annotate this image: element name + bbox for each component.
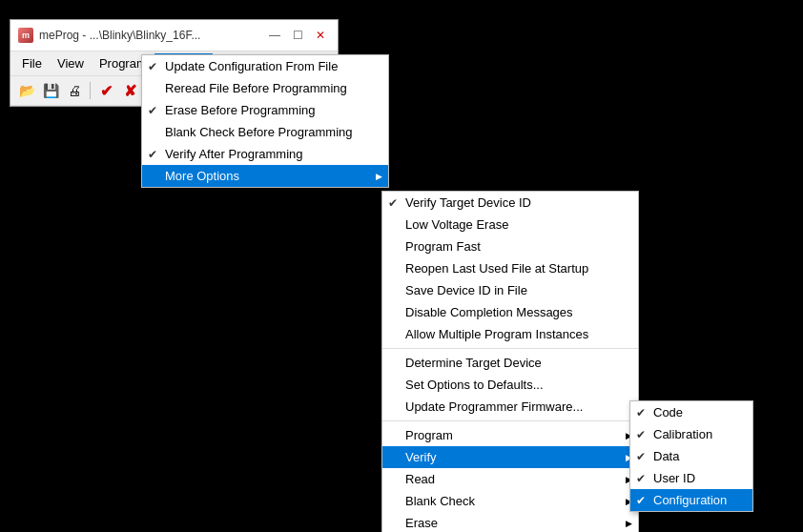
- option-update-config[interactable]: ✔ Update Configuration From File: [142, 55, 388, 77]
- title-bar: m meProg - ...\Blinky\Blinky_16F... — ☐ …: [10, 20, 338, 51]
- v-code[interactable]: ✔ Code: [630, 401, 752, 423]
- check-update-config: ✔: [148, 60, 157, 73]
- mo-program-fast[interactable]: Program Fast: [382, 235, 638, 257]
- mo-read[interactable]: Read: [382, 468, 638, 490]
- separator-2: [382, 420, 638, 421]
- check-verify-target: ✔: [388, 196, 398, 210]
- open-icon[interactable]: 📂: [16, 80, 37, 101]
- v-user-id[interactable]: ✔ User ID: [630, 467, 752, 489]
- menu-view[interactable]: View: [50, 53, 92, 73]
- verify-dropdown: ✔ Code ✔ Calibration ✔ Data ✔ User ID ✔ …: [629, 400, 753, 512]
- option-erase-before[interactable]: ✔ Erase Before Programming: [142, 99, 388, 121]
- mo-blank-check[interactable]: Blank Check: [382, 490, 638, 512]
- mo-disable-completion[interactable]: Disable Completion Messages: [382, 301, 638, 323]
- option-more-options[interactable]: More Options: [142, 165, 388, 187]
- v-data[interactable]: ✔ Data: [630, 445, 752, 467]
- v-configuration[interactable]: ✔ Configuration: [630, 489, 752, 511]
- check-verify-after: ✔: [148, 148, 157, 161]
- option-verify-after[interactable]: ✔ Verify After Programming: [142, 143, 388, 165]
- mo-erase[interactable]: Erase: [382, 512, 638, 532]
- mo-save-device-id[interactable]: Save Device ID in File: [382, 279, 638, 301]
- title-bar-left: m meProg - ...\Blinky\Blinky_16F...: [18, 28, 200, 43]
- print-icon[interactable]: 🖨: [64, 80, 85, 101]
- app-icon: m: [18, 28, 33, 43]
- mo-allow-multiple[interactable]: Allow Multiple Program Instances: [382, 323, 638, 345]
- mo-verify[interactable]: Verify: [382, 446, 638, 468]
- check-configuration: ✔: [636, 494, 646, 507]
- check-data: ✔: [636, 450, 646, 463]
- window-title: meProg - ...\Blinky\Blinky_16F...: [39, 29, 200, 42]
- option-reread-file[interactable]: Reread File Before Programming: [142, 77, 388, 99]
- close-button[interactable]: ✕: [311, 26, 330, 45]
- more-options-dropdown: ✔ Verify Target Device ID Low Voltage Er…: [381, 191, 639, 532]
- check-erase-before: ✔: [148, 104, 157, 117]
- options-dropdown: ✔ Update Configuration From File Reread …: [141, 54, 389, 188]
- mo-determine-target[interactable]: Determine Target Device: [382, 352, 638, 374]
- minimize-button[interactable]: —: [265, 26, 284, 45]
- mo-verify-target-id[interactable]: ✔ Verify Target Device ID: [382, 192, 638, 214]
- title-buttons: — ☐ ✕: [265, 26, 330, 45]
- separator-1: [382, 348, 638, 349]
- check-userid: ✔: [636, 472, 646, 485]
- option-blank-check[interactable]: Blank Check Before Programming: [142, 121, 388, 143]
- mo-set-defaults[interactable]: Set Options to Defaults...: [382, 374, 638, 396]
- check-calibration: ✔: [636, 428, 646, 441]
- menu-file[interactable]: File: [14, 53, 50, 73]
- v-calibration[interactable]: ✔ Calibration: [630, 423, 752, 445]
- save-icon[interactable]: 💾: [40, 80, 61, 101]
- erase-icon[interactable]: ✘: [119, 80, 140, 101]
- verify-icon[interactable]: ✔: [95, 80, 116, 101]
- mo-update-firmware[interactable]: Update Programmer Firmware...: [382, 396, 638, 418]
- toolbar-separator-1: [90, 82, 91, 99]
- mo-reopen-last[interactable]: Reopen Last Used File at Startup: [382, 257, 638, 279]
- check-code: ✔: [636, 406, 646, 419]
- maximize-button[interactable]: ☐: [288, 26, 307, 45]
- mo-low-voltage[interactable]: Low Voltage Erase: [382, 214, 638, 235]
- mo-program[interactable]: Program: [382, 424, 638, 446]
